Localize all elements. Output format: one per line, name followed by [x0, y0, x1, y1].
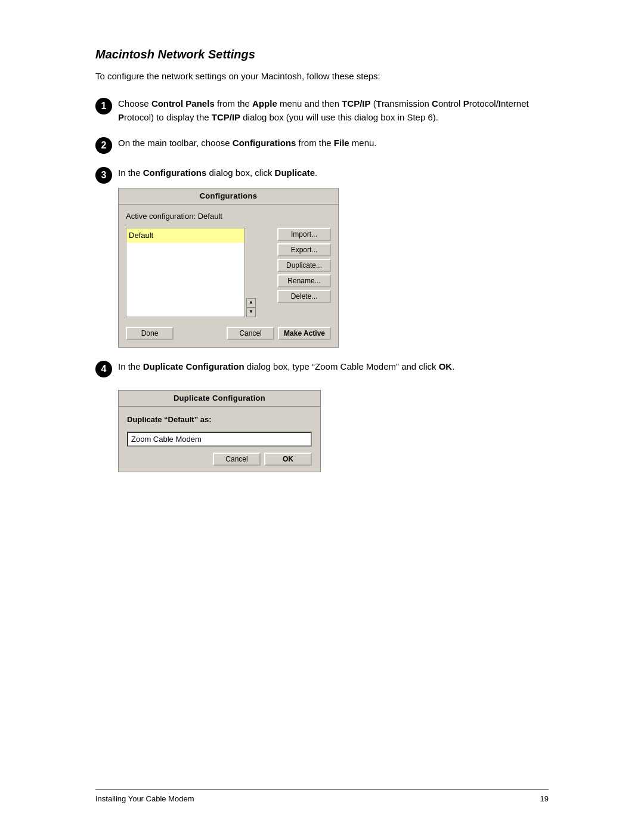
step-3-text: In the Configurations dialog box, click … [118, 166, 549, 179]
section-title: Macintosh Network Settings [95, 48, 549, 61]
delete-button[interactable]: Delete... [277, 290, 331, 303]
config-list-area: Default ▲ ▼ [126, 228, 273, 317]
active-config-row: Active configuration: Default [126, 210, 331, 222]
footer-page-number: 19 [540, 794, 549, 803]
step-2-number: 2 [95, 137, 112, 154]
step-4-content: In the Duplicate Configuration dialog bo… [118, 360, 549, 473]
cancel-button-config[interactable]: Cancel [227, 327, 274, 340]
export-button[interactable]: Export... [277, 243, 331, 256]
step-1-bold-3: TCP/IP [342, 98, 370, 109]
step-3-bold-2: Duplicate [275, 168, 315, 178]
step-1-bold-6: P [463, 98, 469, 109]
footer-left-text: Installing Your Cable Modem [95, 794, 194, 803]
configurations-list[interactable]: Default [126, 228, 245, 317]
step-2-bold-2: File [334, 138, 349, 148]
step-1-bold-8: P [118, 112, 124, 122]
config-footer: Done Cancel Make Active [126, 323, 331, 340]
step-1-bold-7: I [499, 98, 501, 109]
import-button[interactable]: Import... [277, 228, 331, 241]
configurations-dialog: Configurations Active configuration: Def… [118, 188, 339, 347]
step-3-bold-1: Configurations [143, 168, 207, 178]
active-config-label: Active configuration: [126, 210, 196, 222]
step-4: 4 In the Duplicate Configuration dialog … [95, 360, 549, 473]
config-list-item-default[interactable]: Default [126, 228, 244, 243]
duplicate-input[interactable] [127, 432, 312, 447]
step-1-bold-4: T [376, 98, 382, 109]
step-4-bold-2: OK [439, 361, 453, 371]
step-3: 3 In the Configurations dialog box, clic… [95, 166, 549, 348]
step-1-bold-2: Apple [252, 98, 277, 109]
make-active-button[interactable]: Make Active [278, 327, 331, 340]
config-main: Default ▲ ▼ Import... [126, 228, 331, 317]
ok-button-dup[interactable]: OK [264, 453, 312, 466]
duplicate-label: Duplicate “Default” as: [127, 414, 312, 426]
steps-container: 1 Choose Control Panels from the Apple m… [95, 97, 549, 473]
step-1-content: Choose Control Panels from the Apple men… [118, 97, 549, 125]
step-4-bold-1: Duplicate Configuration [143, 361, 244, 371]
duplicate-dialog: Duplicate Configuration Duplicate “Defau… [118, 390, 321, 472]
config-action-buttons: Import... Export... Duplicate... Rename.… [277, 228, 331, 317]
done-button[interactable]: Done [126, 327, 174, 340]
duplicate-titlebar: Duplicate Configuration [119, 391, 320, 407]
page: Macintosh Network Settings To configure … [0, 0, 644, 833]
duplicate-footer: Cancel OK [127, 453, 312, 466]
cancel-button-dup[interactable]: Cancel [213, 453, 261, 466]
scroll-up-btn[interactable]: ▲ [246, 298, 256, 308]
page-footer: Installing Your Cable Modem 19 [95, 789, 549, 803]
configurations-dialog-wrapper: Configurations Active configuration: Def… [118, 188, 549, 347]
rename-button[interactable]: Rename... [277, 274, 331, 287]
step-2: 2 On the main toolbar, choose Configurat… [95, 136, 549, 154]
configurations-body: Active configuration: Default Default [119, 205, 338, 346]
step-1-number: 1 [95, 98, 112, 114]
step-1-bold-5: C [432, 98, 438, 109]
step-1-bold-9: TCP/IP [212, 112, 240, 122]
scroll-arrows: ▲ ▼ [246, 228, 256, 317]
step-3-number: 3 [95, 167, 112, 184]
duplicate-dialog-wrapper: Duplicate Configuration Duplicate “Defau… [118, 382, 549, 472]
step-2-bold-1: Configurations [233, 138, 296, 148]
step-4-text: In the Duplicate Configuration dialog bo… [118, 360, 549, 373]
configurations-titlebar: Configurations [119, 188, 338, 205]
step-1-bold-1: Control Panels [151, 98, 215, 109]
duplicate-body: Duplicate “Default” as: Cancel OK [119, 407, 320, 472]
list-scroll-container: Default ▲ ▼ [126, 228, 273, 317]
step-2-content: On the main toolbar, choose Configuratio… [118, 136, 549, 150]
active-config-value: Default [198, 210, 222, 222]
step-3-content: In the Configurations dialog box, click … [118, 166, 549, 348]
intro-text: To configure the network settings on you… [95, 70, 549, 83]
duplicate-button[interactable]: Duplicate... [277, 259, 331, 272]
step-4-number: 4 [95, 361, 112, 377]
step-1: 1 Choose Control Panels from the Apple m… [95, 97, 549, 125]
scroll-down-btn[interactable]: ▼ [246, 308, 256, 317]
